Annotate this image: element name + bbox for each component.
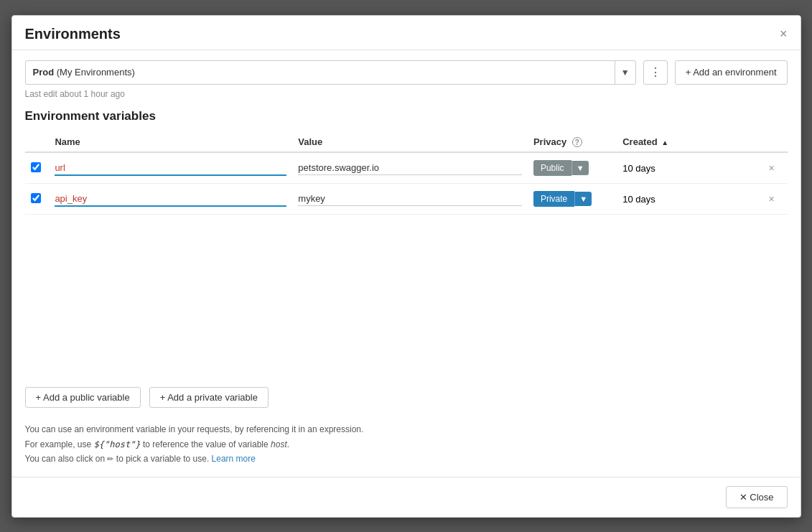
row1-value-cell (292, 152, 528, 184)
learn-more-link[interactable]: Learn more (212, 454, 256, 464)
modal-body: Prod (My Environments) ▼ ⋮ + Add an envi… (12, 50, 801, 477)
table-header-row: Name Value Privacy ? Created ▲ (25, 132, 788, 153)
environments-modal: Environments × Prod (My Environments) ▼ … (11, 15, 801, 518)
last-edit-text: Last edit about 1 hour ago (25, 89, 788, 99)
help-line2-middle: to reference the value of variable (141, 439, 271, 449)
row1-created-cell: 10 days (617, 152, 762, 184)
modal-footer: ✕ Close (12, 477, 801, 517)
env-kebab-button[interactable]: ⋮ (643, 60, 668, 85)
variables-table-container: Name Value Privacy ? Created ▲ (25, 132, 788, 373)
row1-delete-button[interactable]: × (769, 162, 775, 174)
row1-privacy-arrow-button[interactable]: ▼ (571, 161, 589, 175)
row2-privacy-group: Private ▼ (533, 191, 611, 207)
row1-privacy-main-button[interactable]: Public (533, 160, 571, 176)
help-line2-suffix: . (287, 439, 289, 449)
variables-table: Name Value Privacy ? Created ▲ (25, 132, 788, 215)
row1-privacy-group: Public ▼ (533, 160, 611, 176)
env-selected-name: Prod (33, 67, 55, 78)
modal-title: Environments (25, 26, 121, 42)
row2-name-input[interactable] (55, 192, 286, 207)
env-selector-row: Prod (My Environments) ▼ ⋮ + Add an envi… (25, 60, 788, 85)
row1-name-input[interactable] (55, 161, 286, 176)
row2-name-cell (49, 184, 292, 215)
row1-delete-cell: × (763, 152, 788, 184)
created-sort-arrow: ▲ (661, 139, 668, 146)
table-row: Private ▼ 10 days × (25, 184, 788, 215)
row2-created-cell: 10 days (617, 184, 762, 215)
add-environment-button[interactable]: + Add an environment (675, 60, 788, 85)
row1-name-cell (49, 152, 292, 184)
help-line1: You can use an environment variable in y… (25, 422, 788, 437)
help-line3-suffix: to pick a variable to use. (116, 454, 209, 464)
col-header-check (25, 132, 50, 153)
row2-delete-cell: × (763, 184, 788, 215)
col-header-value: Value (292, 132, 528, 153)
row2-value-cell (292, 184, 528, 215)
env-group-label: (My Environments) (57, 67, 135, 78)
env-dropdown-text: Prod (My Environments) (26, 60, 615, 85)
help-line3-prefix: You can also click on (25, 454, 108, 464)
table-body: Public ▼ 10 days × (25, 152, 788, 215)
close-x-button[interactable]: × (780, 27, 788, 40)
add-buttons-row: + Add a public variable + Add a private … (25, 387, 788, 408)
col-header-name: Name (49, 132, 292, 153)
add-private-variable-button[interactable]: + Add a private variable (149, 387, 269, 408)
row1-value-input[interactable] (298, 161, 522, 175)
col-header-privacy: Privacy ? (528, 132, 617, 153)
row2-delete-button[interactable]: × (769, 193, 775, 205)
row1-privacy-cell: Public ▼ (528, 152, 617, 184)
help-line2: For example, use ${"host"} to reference … (25, 437, 788, 452)
help-line2-prefix: For example, use (25, 439, 94, 449)
row2-check-cell (25, 184, 50, 215)
pencil-icon: ✏ (107, 452, 113, 466)
modal-header: Environments × (12, 16, 801, 50)
row2-privacy-cell: Private ▼ (528, 184, 617, 215)
help-line2-var: host (271, 439, 287, 449)
row1-check-cell (25, 152, 50, 184)
row2-value-input[interactable] (298, 192, 522, 206)
col-header-created[interactable]: Created ▲ (617, 132, 762, 153)
close-button[interactable]: ✕ Close (726, 486, 788, 508)
env-dropdown-arrow-button[interactable]: ▼ (615, 61, 635, 84)
help-line2-code: ${"host"} (94, 439, 141, 449)
section-title: Environment variables (25, 109, 788, 123)
help-text-block: You can use an environment variable in y… (25, 422, 788, 466)
row1-created-value: 10 days (622, 163, 655, 174)
row2-privacy-arrow-button[interactable]: ▼ (574, 192, 592, 206)
col-header-delete (763, 132, 788, 153)
privacy-info-icon: ? (572, 137, 582, 147)
row2-created-value: 10 days (622, 194, 655, 205)
table-row: Public ▼ 10 days × (25, 152, 788, 184)
env-dropdown[interactable]: Prod (My Environments) ▼ (25, 60, 636, 85)
row1-checkbox[interactable] (31, 162, 41, 172)
row2-checkbox[interactable] (31, 193, 41, 203)
add-public-variable-button[interactable]: + Add a public variable (25, 387, 141, 408)
help-line3: You can also click on ✏ to pick a variab… (25, 452, 788, 466)
row2-privacy-main-button[interactable]: Private (533, 191, 574, 207)
